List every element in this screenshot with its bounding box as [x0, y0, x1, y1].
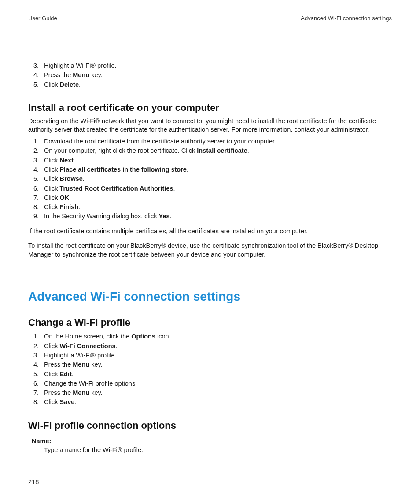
install-root-cert-steps: Download the root certificate from the c… [28, 137, 392, 221]
section-install-root-cert-intro: Depending on the Wi-Fi® network that you… [28, 117, 392, 134]
list-item: In the Security Warning dialog box, clic… [41, 212, 392, 221]
list-item: Change the Wi-Fi profile options. [41, 379, 392, 388]
list-item: Press the Menu key. [41, 360, 392, 369]
header-left: User Guide [28, 15, 57, 22]
install-root-cert-note1: If the root certificate contains multipl… [28, 227, 392, 236]
page-number: 218 [28, 478, 39, 486]
list-item: Click Edit. [41, 370, 392, 379]
page-header: User Guide Advanced Wi-Fi connection set… [28, 15, 392, 22]
change-wifi-profile-steps: On the Home screen, click the Options ic… [28, 332, 392, 406]
list-item: Press the Menu key. [41, 70, 392, 79]
list-item: Press the Menu key. [41, 388, 392, 397]
list-item: Highlight a Wi-Fi® profile. [41, 351, 392, 360]
section-install-root-cert-title: Install a root certificate on your compu… [28, 102, 392, 114]
list-item: On your computer, right-click the root c… [41, 146, 392, 155]
definition-description: Type a name for the Wi-Fi® profile. [44, 446, 392, 453]
top-steps-list: Highlight a Wi-Fi® profile.Press the Men… [28, 61, 392, 89]
install-root-cert-note2: To install the root certificate on your … [28, 242, 392, 259]
list-item: Highlight a Wi-Fi® profile. [41, 61, 392, 70]
list-item: Click Finish. [41, 202, 392, 211]
section-change-wifi-profile-title: Change a Wi-Fi profile [28, 317, 392, 328]
main-section-title: Advanced Wi-Fi connection settings [28, 290, 392, 304]
list-item: On the Home screen, click the Options ic… [41, 332, 392, 341]
list-item: Click Save. [41, 397, 392, 406]
list-item: Click Delete. [41, 80, 392, 89]
list-item: Click Wi-Fi Connections. [41, 342, 392, 350]
section-wifi-profile-options-title: Wi-Fi profile connection options [28, 420, 392, 431]
list-item: Click Trusted Root Certification Authori… [41, 184, 392, 193]
list-item: Click Next. [41, 156, 392, 165]
list-item: Click Place all certificates in the foll… [41, 165, 392, 174]
list-item: Download the root certificate from the c… [41, 137, 392, 146]
page: User Guide Advanced Wi-Fi connection set… [0, 0, 420, 504]
header-right: Advanced Wi-Fi connection settings [301, 15, 392, 22]
list-item: Click Browse. [41, 174, 392, 183]
list-item: Click OK. [41, 193, 392, 202]
definition-term: Name: [32, 438, 392, 445]
